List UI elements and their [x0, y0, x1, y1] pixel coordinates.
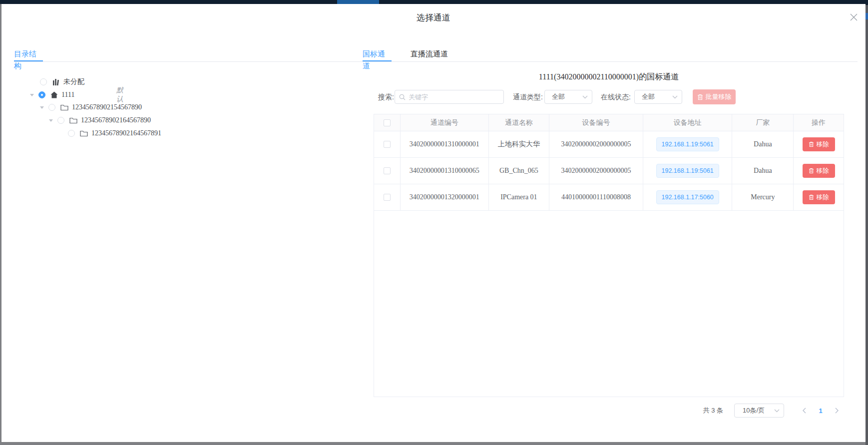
channel-type-select[interactable]: 全部	[544, 90, 592, 104]
device-address-tag: 192.168.1.19:5061	[656, 164, 719, 178]
unassigned-icon	[52, 78, 60, 86]
tree-row-unassigned: 未分配	[1, 75, 84, 88]
nav-item[interactable]: 拉流列表	[223, 0, 251, 4]
row-checkbox[interactable]	[384, 194, 391, 201]
tab-directory-structure[interactable]: 目录结构	[14, 48, 43, 61]
chevron-down-icon	[582, 95, 588, 99]
channels-table: 通道编号 通道名称 设备编号 设备地址 厂家 操作 34020000001310…	[374, 114, 844, 397]
channels-heading: 1111(34020000002110000001)的国标通道	[374, 72, 844, 82]
online-status-select[interactable]: 全部	[634, 90, 682, 104]
remove-button[interactable]: 移除	[803, 190, 835, 204]
tree-row-group: 12345678902164567890	[1, 114, 151, 127]
tabbar-divider	[14, 61, 858, 62]
table-row: 34020000001310000065 GB_Chn_065 34020000…	[374, 158, 844, 184]
chevron-left-icon	[802, 408, 806, 414]
batch-remove-button[interactable]: 批量移除	[693, 89, 736, 104]
device-address-tag: 192.168.1.17:5060	[656, 190, 719, 204]
page-size-select[interactable]: 10条/页	[734, 404, 784, 418]
table-row: 34020000001310000001 上地科实大华 340200000020…	[374, 131, 844, 158]
close-icon	[850, 13, 858, 21]
nav-item[interactable]: 国标设备	[77, 0, 105, 4]
col-header-device-address: 设备地址	[643, 114, 733, 131]
dialog-title: 选择通道	[1, 12, 866, 23]
nav-item-active[interactable]: 国标级联	[337, 0, 379, 4]
close-button[interactable]	[847, 10, 861, 24]
scrollbar-thumb[interactable]	[866, 13, 868, 19]
page-scrollbar-track-top	[866, 0, 868, 5]
cell-channel-id: 34020000001320000001	[401, 184, 489, 211]
caret-down-icon[interactable]	[49, 119, 53, 122]
top-nav-bar: 分屏监控 国标设备 电子地图 推流列表 拉流列表 云端录像 服务配置 国标级联 …	[0, 0, 868, 4]
cell-vendor: Dahua	[732, 158, 794, 184]
page-size-value: 10条/页	[743, 406, 765, 415]
tab-label: 目录结构	[14, 49, 36, 70]
row-checkbox[interactable]	[384, 167, 391, 174]
page-scrollbar	[866, 0, 868, 445]
col-header-channel-id: 通道编号	[401, 114, 489, 131]
tree-row-group: 12345678902154567890	[1, 101, 142, 114]
remove-label: 移除	[817, 167, 829, 175]
search-icon	[399, 94, 406, 100]
folder-icon	[60, 104, 68, 111]
next-page-button[interactable]	[830, 404, 844, 418]
radio-unchecked[interactable]	[68, 130, 75, 137]
screen: 分屏监控 国标设备 电子地图 推流列表 拉流列表 云端录像 服务配置 国标级联 …	[0, 0, 868, 445]
trash-icon	[809, 168, 814, 174]
select-value: 全部	[642, 92, 655, 101]
channel-type-label: 通道类型:	[513, 93, 543, 102]
nav-item[interactable]: 服务配置	[301, 0, 329, 4]
caret-down-icon[interactable]	[40, 106, 44, 109]
tree-node-label[interactable]: 12345678902164567890	[81, 116, 151, 124]
tree-node-label[interactable]: 未分配	[63, 77, 84, 86]
radio-unchecked[interactable]	[40, 78, 47, 85]
online-status-label: 在线状态:	[601, 93, 631, 102]
cell-channel-id: 34020000001310000065	[401, 158, 489, 184]
col-header-device-id: 设备编号	[549, 114, 643, 131]
nav-item[interactable]: 云端录像	[264, 0, 292, 4]
remove-label: 移除	[817, 140, 829, 149]
device-address-tag: 192.168.1.19:5061	[656, 137, 719, 151]
remove-button[interactable]: 移除	[803, 137, 835, 151]
chevron-down-icon	[672, 95, 678, 99]
search-input[interactable]	[395, 90, 504, 104]
radio-unchecked[interactable]	[48, 104, 55, 111]
table-header-row: 通道编号 通道名称 设备编号 设备地址 厂家 操作	[374, 114, 844, 131]
col-header-channel-name: 通道名称	[489, 114, 550, 131]
tab-label: 国标通道	[363, 49, 385, 70]
remove-label: 移除	[817, 193, 829, 202]
cell-channel-name: GB_Chn_065	[489, 158, 550, 184]
tree-node-label[interactable]: 12345678902164567891	[91, 129, 161, 137]
radio-checked[interactable]	[38, 91, 45, 98]
prev-page-button[interactable]	[797, 404, 811, 418]
page-number-current[interactable]: 1	[814, 404, 828, 418]
row-checkbox[interactable]	[384, 141, 391, 148]
remove-button[interactable]: 移除	[803, 164, 835, 178]
tree-node-label[interactable]: 1111	[61, 91, 74, 99]
trash-icon	[809, 194, 814, 200]
col-header-vendor: 厂家	[732, 114, 794, 131]
tab-gb-channels[interactable]: 国标通道	[363, 48, 392, 61]
tree-node-label[interactable]: 12345678902154567890	[72, 103, 142, 111]
tab-label: 直播流通道	[411, 49, 448, 58]
nav-item[interactable]: 分屏监控	[13, 0, 41, 4]
nav-item[interactable]: 用户管理	[386, 0, 414, 4]
nav-item[interactable]: 推流列表	[176, 0, 204, 4]
caret-down-icon[interactable]	[30, 94, 34, 96]
batch-remove-label: 批量移除	[706, 92, 732, 101]
chevron-right-icon	[835, 408, 839, 414]
nav-item[interactable]: 电子地图	[125, 0, 153, 4]
tree-row-group: 12345678902164567891	[1, 127, 161, 140]
trash-icon	[697, 94, 703, 100]
top-nav-items: 分屏监控 国标设备 电子地图 推流列表 拉流列表 云端录像 服务配置 国标级联 …	[0, 0, 868, 4]
tree-row-root: 1111 默认	[1, 88, 74, 101]
cell-device-id: 44010000001110008008	[549, 184, 643, 211]
select-all-checkbox[interactable]	[384, 119, 391, 126]
keyword-field[interactable]	[409, 93, 503, 101]
col-header-actions: 操作	[794, 114, 844, 131]
tab-livestream-channels[interactable]: 直播流通道	[411, 48, 448, 61]
home-icon	[50, 91, 58, 98]
folder-icon	[69, 117, 77, 124]
cell-channel-name: IPCamera 01	[489, 184, 550, 211]
radio-unchecked[interactable]	[57, 117, 64, 124]
folder-icon	[80, 130, 88, 137]
